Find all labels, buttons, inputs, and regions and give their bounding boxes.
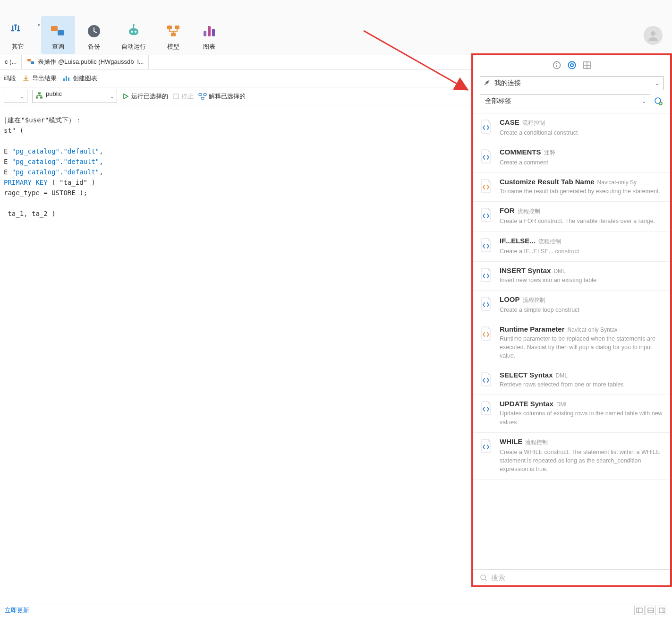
search-icon: [480, 574, 487, 582]
snippets-panel: 我的连接 ⌄ 全部标签 ⌄ CASE流程控制Create a condition…: [471, 53, 672, 587]
snippet-file-icon: [480, 149, 493, 164]
snippet-item[interactable]: Runtime ParameterNavicat-only SyntaxRunt…: [473, 320, 670, 366]
snippet-tag: DML: [553, 268, 565, 274]
query-icon: [50, 23, 67, 40]
tag-select[interactable]: 全部标签 ⌄: [480, 94, 650, 108]
code-snippet-button[interactable]: 码段: [4, 74, 16, 83]
connection-select[interactable]: 我的连接 ⌄: [480, 76, 663, 90]
snippet-description: Create a simple loop construct: [500, 306, 663, 314]
status-bar: 立即更新: [0, 603, 672, 617]
snippet-item[interactable]: Customize Result Tab NameNavicat-only Sy…: [473, 173, 670, 202]
snippet-description: Runtime parameter to be replaced when th…: [500, 334, 663, 360]
svg-point-4: [131, 31, 133, 33]
snippet-description: Insert new rows into an existing table: [500, 276, 663, 284]
snippet-file-icon: [480, 296, 493, 311]
toolbar-model-button[interactable]: 模型: [156, 16, 190, 54]
wrench-icon: [9, 23, 26, 40]
main-toolbar: 其它 ▾ 查询 备份 自动运行 模型 图表: [0, 0, 672, 54]
toolbar-backup-button[interactable]: 备份: [77, 16, 111, 54]
layout-3-button[interactable]: [657, 606, 667, 615]
snippet-title: Runtime Parameter: [500, 325, 565, 333]
info-tab[interactable]: [552, 60, 562, 70]
snippet-item[interactable]: SELECT SyntaxDMLRetrieve rows selected f…: [473, 366, 670, 395]
chevron-down-icon[interactable]: ▾: [38, 23, 40, 27]
snippet-item[interactable]: INSERT SyntaxDMLInsert new rows into an …: [473, 262, 670, 291]
toolbar-autorun-label: 自动运行: [121, 43, 146, 51]
snippet-description: Create a IF...ELSE... construct: [500, 247, 663, 256]
robot-icon: [125, 23, 142, 40]
toolbar-model-label: 模型: [167, 43, 179, 51]
export-result-button[interactable]: 导出结果: [22, 74, 57, 83]
chevron-down-icon: ⌄: [110, 94, 114, 99]
snippet-item[interactable]: UPDATE SyntaxDMLUpdates columns of exist…: [473, 395, 670, 432]
snippet-title: Customize Result Tab Name: [500, 178, 595, 186]
snippet-file-icon: [480, 207, 493, 223]
toolbar-query-button[interactable]: 查询: [41, 16, 75, 54]
svg-point-38: [481, 575, 485, 580]
svg-rect-1: [58, 30, 64, 35]
snippet-description: Create a comment: [500, 158, 663, 167]
svg-rect-8: [167, 26, 172, 29]
snippet-file-icon: [480, 238, 493, 253]
schema-value: public: [46, 90, 62, 97]
search-input[interactable]: [491, 574, 663, 582]
export-label: 导出结果: [32, 74, 57, 83]
add-snippet-button[interactable]: [653, 96, 663, 106]
svg-rect-30: [556, 65, 557, 67]
svg-rect-44: [659, 608, 665, 613]
layout-1-button[interactable]: [634, 606, 645, 615]
tab-2[interactable]: 表操作 @Luisa.public (HWgaussdb_l...: [22, 55, 149, 69]
svg-rect-21: [36, 96, 38, 98]
snippets-tab[interactable]: [567, 60, 577, 70]
stop-icon: [173, 93, 179, 100]
snippet-title: INSERT Syntax: [500, 266, 551, 274]
svg-rect-17: [63, 78, 65, 81]
schema-select[interactable]: public ⌄: [32, 90, 117, 103]
create-chart-button[interactable]: 创建图表: [62, 74, 97, 83]
snippet-tag: Navicat-only Syntax: [568, 326, 618, 333]
stop-label: 停止: [181, 92, 194, 101]
snippet-tag: Navicat-only Sy: [597, 179, 637, 186]
create-chart-label: 创建图表: [73, 74, 97, 83]
update-link[interactable]: 立即更新: [5, 606, 29, 615]
snippet-description: Create a FOR construct. The variable ite…: [500, 217, 663, 225]
snippet-item[interactable]: FOR流程控制Create a FOR construct. The varia…: [473, 202, 670, 231]
toolbar-autorun-button[interactable]: 自动运行: [113, 16, 154, 54]
svg-point-14: [651, 31, 655, 36]
snippet-item[interactable]: CASE流程控制Create a conditional construct: [473, 113, 670, 143]
toolbar-chart-button[interactable]: 图表: [192, 16, 226, 54]
layout-2-button[interactable]: [646, 606, 656, 615]
explain-icon: [198, 93, 207, 100]
snippet-item[interactable]: IF...ELSE...流程控制Create a IF...ELSE... co…: [473, 232, 670, 262]
panel-filters: 我的连接 ⌄ 全部标签 ⌄: [473, 74, 670, 113]
svg-rect-19: [68, 77, 69, 81]
tab-1[interactable]: c (...: [0, 55, 22, 69]
svg-rect-20: [38, 92, 41, 94]
chart-icon: [201, 23, 218, 40]
user-avatar[interactable]: [644, 26, 663, 45]
snippet-tag: 流程控制: [518, 207, 540, 215]
schema-icon: [35, 92, 43, 101]
svg-rect-13: [212, 29, 215, 36]
snippet-item[interactable]: WHILE流程控制Create a WHILE construct. The s…: [473, 433, 670, 480]
snippet-item[interactable]: COMMENTS注释Create a comment: [473, 143, 670, 173]
snippet-item[interactable]: LOOP流程控制Create a simple loop construct: [473, 291, 670, 320]
grid-tab[interactable]: [582, 60, 592, 70]
snippet-file-icon: [480, 119, 493, 134]
snippet-title: LOOP: [500, 295, 520, 303]
database-select[interactable]: ⌄: [4, 90, 27, 103]
snippet-description: To name the result tab generated by exec…: [500, 187, 663, 196]
tag-label: 全部标签: [485, 97, 511, 105]
run-selected-button[interactable]: 运行已选择的: [122, 92, 168, 101]
snippet-title: FOR: [500, 206, 515, 214]
chevron-down-icon: ⌄: [20, 94, 24, 99]
snippet-title: IF...ELSE...: [500, 237, 536, 245]
stop-button: 停止: [173, 92, 194, 101]
toolbar-other-button[interactable]: 其它: [1, 16, 35, 54]
tab-1-label: c (...: [5, 58, 17, 65]
explain-selected-button[interactable]: 解释已选择的: [198, 92, 246, 101]
snippet-title: SELECT Syntax: [500, 371, 553, 379]
snippet-list[interactable]: CASE流程控制Create a conditional constructCO…: [473, 113, 670, 569]
snippet-tag: 流程控制: [538, 238, 561, 246]
snippet-file-icon: [480, 326, 493, 341]
